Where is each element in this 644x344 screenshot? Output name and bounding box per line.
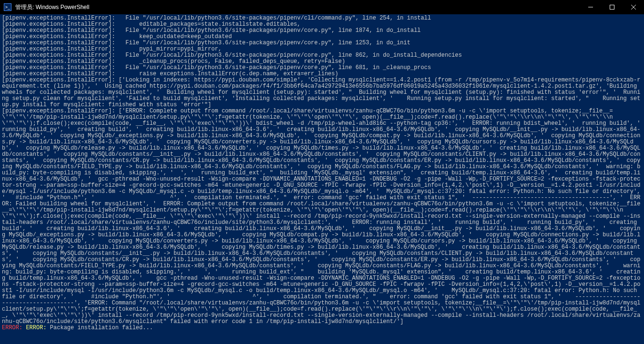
terminal-output[interactable]: [pipenv.exceptions.InstallError]: File "…: [0, 14, 644, 344]
traceback-block: [pipenv.exceptions.InstallError]: File "…: [2, 15, 462, 77]
error-prefix: ERROR:: [2, 324, 22, 331]
window-controls: [580, 0, 644, 14]
error-label: ERROR:: [26, 324, 46, 331]
window-title: 管理员: Windows PowerShell: [15, 3, 580, 11]
window-titlebar: >_ 管理员: Windows PowerShell: [0, 0, 644, 14]
build-error-block: [pipenv.exceptions.InstallError]: ['ERRO…: [2, 108, 644, 325]
svg-rect-1: [610, 5, 614, 10]
error-message: Package installation failed...: [47, 324, 153, 331]
maximize-button[interactable]: [601, 0, 623, 14]
minimize-button[interactable]: [580, 0, 601, 14]
powershell-icon: >_: [4, 3, 11, 11]
collecting-block: [pipenv.exceptions.InstallError]: ['Look…: [2, 77, 640, 108]
close-button[interactable]: [623, 0, 644, 14]
